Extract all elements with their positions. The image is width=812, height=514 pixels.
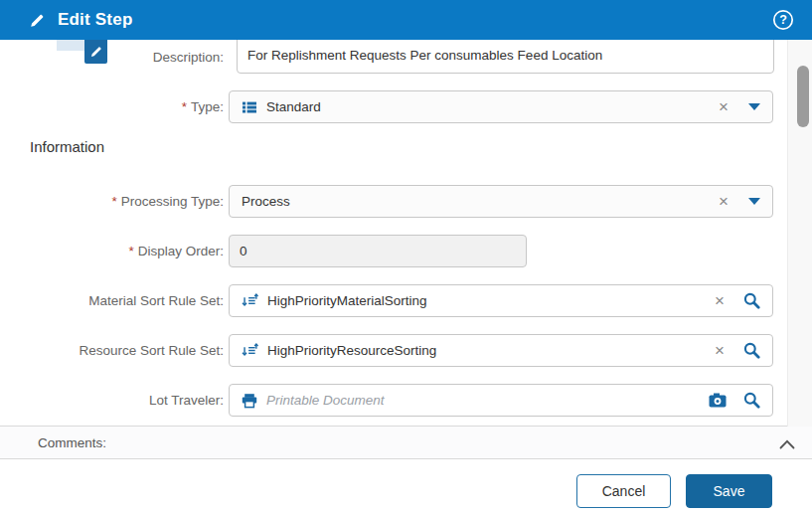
camera-icon	[709, 393, 727, 408]
help-icon: ?	[772, 9, 794, 31]
scrollbar-track[interactable]	[787, 40, 812, 427]
svg-text:?: ?	[779, 13, 787, 27]
magnifier-icon	[743, 292, 760, 309]
dialog-title: Edit Step	[58, 10, 132, 30]
scrollbar-thumb[interactable]	[797, 66, 809, 127]
printer-icon	[242, 393, 257, 409]
x-clear-icon[interactable]: ×	[713, 292, 727, 309]
capture-button[interactable]	[709, 393, 727, 408]
description-input[interactable]	[237, 36, 774, 74]
list-icon	[242, 99, 257, 115]
processing-type-value: Process	[242, 194, 290, 209]
sort-arrows-icon	[242, 293, 258, 308]
information-section-heading: Information	[30, 138, 104, 155]
x-clear-icon[interactable]: ×	[713, 342, 727, 359]
comments-label: Comments:	[38, 435, 106, 450]
resource-sort-rule-set-field[interactable]: HighPriorityResourceSorting ×	[229, 334, 773, 367]
material-sort-rule-set-value: HighPriorityMaterialSorting	[267, 293, 427, 308]
type-value: Standard	[266, 99, 321, 114]
required-asterisk: *	[128, 244, 133, 258]
lot-traveler-label: Lot Traveler:	[0, 393, 224, 408]
processing-type-combobox[interactable]: Process ×	[229, 185, 773, 218]
required-asterisk: *	[111, 194, 116, 209]
search-button[interactable]	[743, 342, 760, 359]
magnifier-icon	[743, 392, 760, 409]
search-button[interactable]	[743, 292, 760, 309]
pencil-icon	[30, 13, 45, 28]
cancel-button[interactable]: Cancel	[576, 474, 671, 508]
caret-down-icon[interactable]	[748, 198, 760, 205]
help-button[interactable]: ?	[772, 9, 794, 31]
caret-down-icon[interactable]	[748, 103, 760, 110]
sort-arrows-icon	[242, 343, 258, 358]
display-order-label: *Display Order:	[0, 244, 224, 258]
comments-section-header[interactable]: Comments:	[0, 426, 812, 459]
resource-sort-rule-set-label: Resource Sort Rule Set:	[0, 343, 224, 358]
x-clear-icon[interactable]: ×	[717, 98, 731, 115]
material-sort-rule-set-label: Material Sort Rule Set:	[0, 293, 224, 308]
dialog-footer: Cancel Save	[0, 459, 812, 514]
x-clear-icon[interactable]: ×	[717, 193, 731, 210]
lot-traveler-field[interactable]: Printable Document	[229, 384, 773, 417]
resource-sort-rule-set-value: HighPriorityResourceSorting	[267, 343, 436, 358]
processing-type-label: *Processing Type:	[0, 194, 224, 209]
collapse-button[interactable]	[777, 435, 797, 454]
search-button[interactable]	[743, 392, 760, 409]
magnifier-icon	[743, 342, 760, 359]
display-order-input[interactable]	[229, 235, 527, 267]
description-label: Description:	[0, 50, 224, 65]
type-combobox[interactable]: Standard ×	[229, 90, 773, 123]
lot-traveler-placeholder: Printable Document	[266, 393, 385, 408]
material-sort-rule-set-field[interactable]: HighPriorityMaterialSorting ×	[229, 284, 773, 317]
chevron-up-icon	[779, 439, 795, 449]
required-asterisk: *	[182, 99, 187, 114]
save-button[interactable]: Save	[686, 474, 772, 508]
dialog-header: Edit Step ?	[0, 0, 812, 40]
type-label: *Type:	[0, 99, 224, 114]
